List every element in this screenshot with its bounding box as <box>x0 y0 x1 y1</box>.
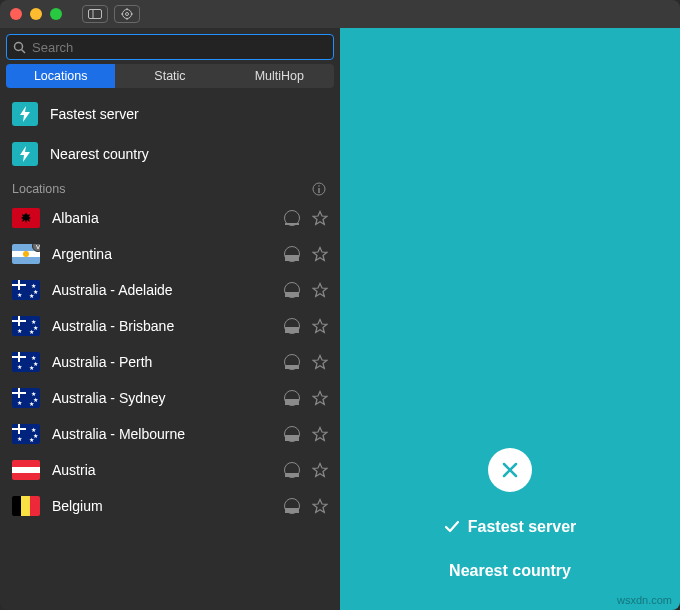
tab-static[interactable]: Static <box>115 64 224 88</box>
titlebar-buttons <box>82 5 140 23</box>
main-nearest-country[interactable]: Nearest country <box>449 562 571 580</box>
location-row[interactable]: ★★★★Australia - Melbourne <box>0 416 340 452</box>
settings-button[interactable] <box>114 5 140 23</box>
main-fastest-label: Fastest server <box>468 518 577 536</box>
flag-icon: ★★★★ <box>12 316 40 336</box>
location-row[interactable]: ★★★★Australia - Sydney <box>0 380 340 416</box>
sidebar-icon <box>88 9 102 19</box>
location-name: Belgium <box>52 498 272 514</box>
flag-icon: ★★★★ <box>12 280 40 300</box>
star-icon[interactable] <box>312 426 328 442</box>
load-indicator <box>284 246 300 262</box>
svg-rect-12 <box>318 188 319 193</box>
watermark: wsxdn.com <box>617 594 672 606</box>
info-icon[interactable] <box>312 182 326 196</box>
nearest-country-option[interactable]: Nearest country <box>0 134 340 174</box>
load-indicator <box>284 426 300 442</box>
bolt-icon <box>12 102 38 126</box>
search-input[interactable] <box>26 40 327 55</box>
server-tabs: Locations Static MultiHop <box>6 64 334 88</box>
verified-badge: v <box>32 244 40 252</box>
load-indicator <box>284 318 300 334</box>
svg-point-3 <box>126 13 129 16</box>
location-row[interactable]: Albania <box>0 200 340 236</box>
location-name: Australia - Melbourne <box>52 426 272 442</box>
locations-section-header: Locations <box>0 174 340 200</box>
search-icon <box>13 41 26 54</box>
flag-icon: v <box>12 244 40 264</box>
app-window: Locations Static MultiHop Fastest server… <box>0 0 680 610</box>
bolt-icon <box>12 142 38 166</box>
star-icon[interactable] <box>312 246 328 262</box>
location-row[interactable]: vArgentina <box>0 236 340 272</box>
location-name: Australia - Sydney <box>52 390 272 406</box>
svg-point-8 <box>15 42 23 50</box>
close-window-button[interactable] <box>10 8 22 20</box>
locations-list[interactable]: AlbaniavArgentina★★★★Australia - Adelaid… <box>0 200 340 610</box>
location-row[interactable]: Austria <box>0 452 340 488</box>
disconnect-button[interactable] <box>488 448 532 492</box>
load-indicator <box>284 210 300 226</box>
location-row[interactable]: ★★★★Australia - Perth <box>0 344 340 380</box>
search-field[interactable] <box>6 34 334 60</box>
svg-point-2 <box>123 10 132 19</box>
load-indicator <box>284 282 300 298</box>
flag-icon: ★★★★ <box>12 388 40 408</box>
locations-section-title: Locations <box>12 182 66 196</box>
load-indicator <box>284 462 300 478</box>
star-icon[interactable] <box>312 354 328 370</box>
check-icon <box>444 519 460 535</box>
flag-icon: ★★★★ <box>12 424 40 444</box>
flag-icon <box>12 460 40 480</box>
fastest-server-option[interactable]: Fastest server <box>0 94 340 134</box>
location-name: Austria <box>52 462 272 478</box>
tab-multihop[interactable]: MultiHop <box>225 64 334 88</box>
flag-icon <box>12 496 40 516</box>
load-indicator <box>284 390 300 406</box>
location-row[interactable]: ★★★★Australia - Adelaide <box>0 272 340 308</box>
minimize-window-button[interactable] <box>30 8 42 20</box>
app-body: Locations Static MultiHop Fastest server… <box>0 28 680 610</box>
star-icon[interactable] <box>312 282 328 298</box>
gear-icon <box>121 8 133 20</box>
sidebar: Locations Static MultiHop Fastest server… <box>0 28 340 610</box>
load-indicator <box>284 498 300 514</box>
nearest-country-label: Nearest country <box>50 146 149 162</box>
location-name: Australia - Adelaide <box>52 282 272 298</box>
star-icon[interactable] <box>312 390 328 406</box>
svg-point-11 <box>318 185 320 187</box>
location-name: Australia - Perth <box>52 354 272 370</box>
main-nearest-label: Nearest country <box>449 562 571 580</box>
window-controls <box>10 8 62 20</box>
close-icon <box>500 460 520 480</box>
star-icon[interactable] <box>312 210 328 226</box>
location-row[interactable]: ★★★★Australia - Brisbane <box>0 308 340 344</box>
main-panel: Fastest server Nearest country wsxdn.com <box>340 28 680 610</box>
location-name: Argentina <box>52 246 272 262</box>
flag-icon: ★★★★ <box>12 352 40 372</box>
location-row[interactable]: Belgium <box>0 488 340 524</box>
fastest-server-label: Fastest server <box>50 106 139 122</box>
star-icon[interactable] <box>312 498 328 514</box>
load-indicator <box>284 354 300 370</box>
svg-line-9 <box>22 49 26 53</box>
location-name: Albania <box>52 210 272 226</box>
flag-icon <box>12 208 40 228</box>
svg-rect-0 <box>89 10 102 19</box>
main-fastest-server[interactable]: Fastest server <box>444 518 577 536</box>
titlebar <box>0 0 680 28</box>
star-icon[interactable] <box>312 318 328 334</box>
location-name: Australia - Brisbane <box>52 318 272 334</box>
zoom-window-button[interactable] <box>50 8 62 20</box>
star-icon[interactable] <box>312 462 328 478</box>
tab-locations[interactable]: Locations <box>6 64 115 88</box>
sidebar-toggle-button[interactable] <box>82 5 108 23</box>
